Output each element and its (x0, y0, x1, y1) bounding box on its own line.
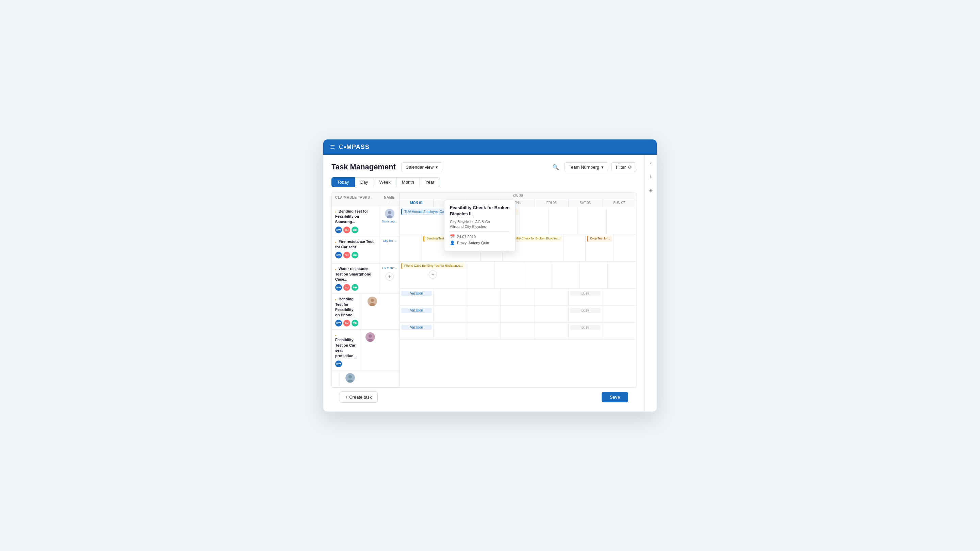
cal-cell-mon: Phone Case Bending Test for Resistance..… (400, 262, 466, 288)
search-button[interactable]: 🔍 (550, 162, 561, 172)
task-info: Bending Test for Feasibility on Samsung.… (332, 206, 379, 236)
tooltip-company1: City Bicycle Lt. AG & Co (450, 220, 510, 224)
task-avatars: KW SU MH (335, 227, 375, 233)
task-name-cell (362, 294, 382, 329)
avatar-mh: MH (352, 252, 358, 259)
cal-cell-wed (467, 289, 501, 305)
task-name-cell: LG monit... + (379, 264, 399, 294)
cal-cell-sun (602, 323, 636, 340)
cal-cell-thu (523, 262, 551, 288)
calendar-row: TÜV Annual Employee Conference F... (400, 207, 636, 234)
avatar-kw: KW (335, 360, 342, 367)
tooltip-date: 24.07.2019 (457, 235, 476, 239)
filter-icon: ⚙ (628, 165, 632, 170)
page-header: Task Management Calendar view ▾ 🔍 Team N… (331, 162, 636, 172)
cal-cell-tue (434, 289, 467, 305)
save-button[interactable]: Save (601, 392, 628, 402)
add-task-button[interactable]: + (385, 272, 394, 281)
cal-cell-mon: Vacation (400, 323, 434, 340)
task-name-cell (340, 370, 360, 387)
busy-bar: Busy (570, 325, 601, 330)
cal-cell-sun (614, 234, 636, 261)
svg-point-4 (371, 299, 374, 302)
task-avatars: KW (335, 360, 356, 367)
vacation-bar: Vacation (401, 291, 432, 296)
vacation-bar: Vacation (401, 325, 432, 330)
calendar-row: Bending Test for further Resistance... F… (400, 234, 636, 262)
hamburger-icon[interactable]: ☰ (330, 144, 335, 150)
busy-bar: Busy (570, 291, 601, 296)
tooltip-divider (450, 231, 510, 232)
day-header-sun: SUN 07 (602, 199, 636, 207)
top-nav-bar: ☰ CMPASS (323, 140, 657, 155)
tab-year[interactable]: Year (420, 177, 440, 187)
cal-cell-sat: Busy (569, 306, 602, 322)
tab-day[interactable]: Day (355, 177, 374, 187)
calendar-view-selector[interactable]: Calendar view ▾ (401, 162, 442, 172)
task-avatars: KW SU MH (335, 320, 358, 327)
avatar-mh: MH (352, 320, 358, 327)
create-task-button[interactable]: + Create task (340, 392, 378, 403)
task-chip[interactable]: Phone Case Bending Test for Resistance..… (401, 263, 465, 269)
avatar-kw: KW (335, 252, 342, 259)
cal-cell-fri (563, 234, 585, 261)
person-avatar (345, 373, 355, 383)
task-info: Water resistance Test on Smartphone Case… (332, 264, 379, 294)
calendar-rows: TÜV Annual Employee Conference F... (400, 207, 636, 340)
right-sidebar: ‹ ℹ ◈ (644, 155, 657, 411)
tab-week[interactable]: Week (374, 177, 396, 187)
team-selector[interactable]: Team Nürnberg ▾ (565, 162, 608, 172)
svg-point-7 (369, 334, 372, 338)
filter-label: Filter (616, 165, 626, 170)
collapse-icon[interactable]: ‹ (649, 159, 653, 167)
task-title: Water resistance Test on Smartphone Case… (335, 266, 375, 282)
day-header-mon: MON 01 (400, 199, 434, 207)
task-row: Fire resistance Test for Car seat KW SU … (332, 237, 399, 264)
tab-month[interactable]: Month (396, 177, 420, 187)
add-button[interactable]: + (429, 270, 437, 279)
cal-cell-thu (501, 306, 535, 322)
cal-cell-tue (434, 306, 467, 322)
avatar-kw: KW (335, 320, 342, 327)
cal-cell-sun (602, 289, 636, 305)
tab-today[interactable]: Today (331, 177, 355, 187)
header-left: Task Management Calendar view ▾ (331, 162, 442, 172)
calendar-container: CLAIMABLE TASKS ↓ NAME ↓ Bending Test fo… (331, 192, 636, 388)
cal-cell-mon: Vacation (400, 289, 434, 305)
tooltip-title: Feasibility Check for Broken Bicycles II (450, 205, 510, 217)
task-chip[interactable]: Drop Test for... (587, 236, 612, 242)
cal-cell-wed (467, 323, 501, 340)
info-icon[interactable]: ℹ (649, 172, 653, 181)
cal-cell-sun (608, 262, 636, 288)
filter-button[interactable]: Filter ⚙ (611, 162, 636, 172)
layers-icon[interactable]: ◈ (648, 186, 654, 194)
cal-cell-sat: Drop Test for... (585, 234, 614, 261)
calendar-grid: KW 28 MON 01 TUE 02 WED THU FRI 05 SAT 0… (400, 193, 636, 387)
cal-cell-mon: Vacation (400, 306, 434, 322)
avatar-su: SU (343, 284, 350, 291)
page-title: Task Management (331, 163, 396, 171)
task-sub-text: Samsung... (382, 220, 398, 223)
view-tabs: Today Day Week Month Year (331, 177, 636, 187)
cal-cell-sun (602, 306, 636, 322)
content-area: Task Management Calendar view ▾ 🔍 Team N… (323, 155, 644, 411)
tooltip-date-row: 📅 24.07.2019 (450, 234, 510, 239)
cal-cell-sat: Busy (569, 289, 602, 305)
calendar-view-label: Calendar view (406, 165, 434, 170)
avatar-kw: KW (335, 227, 342, 233)
avatar-kw: KW (335, 284, 342, 291)
avatar-su: SU (343, 320, 350, 327)
task-row: Feasibility Test on Car seat protection.… (332, 330, 399, 370)
task-info: Fire resistance Test for Car seat KW SU … (332, 237, 379, 263)
app-window: ☰ CMPASS Task Management Calendar view ▾… (323, 140, 657, 411)
task-title: Bending Test for Feasibility on Phone... (335, 297, 358, 318)
busy-bar: Busy (570, 308, 601, 313)
kw-header: KW 28 (400, 193, 636, 199)
task-name-cell: City bici... (379, 237, 399, 263)
tooltip-proxy-row: 👤 Proxy: Antony Quin (450, 240, 510, 245)
main-content: Task Management Calendar view ▾ 🔍 Team N… (323, 155, 657, 411)
day-header-sat: SAT 06 (569, 199, 602, 207)
app-logo: CMPASS (339, 143, 369, 151)
task-row: Bending Test for Feasibility on Samsung.… (332, 206, 399, 237)
task-list-panel: CLAIMABLE TASKS ↓ NAME ↓ Bending Test fo… (332, 193, 400, 387)
